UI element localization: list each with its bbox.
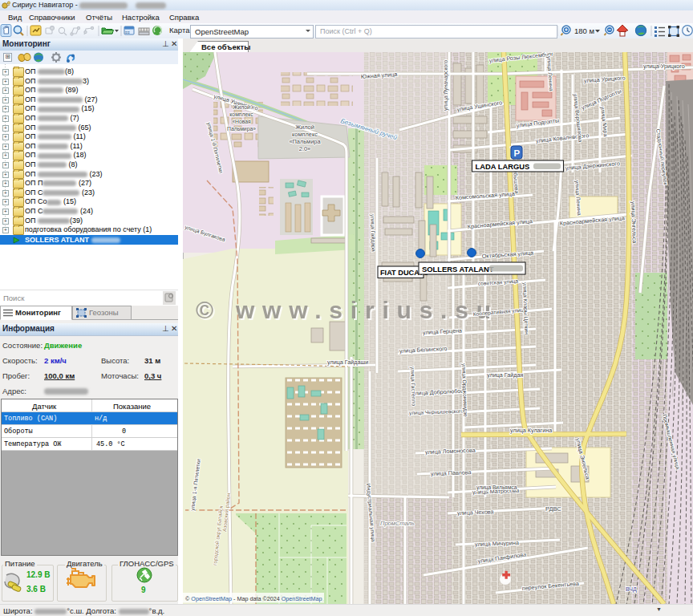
svg-text:улица Вильямса: улица Вильямса [476, 484, 517, 491]
svg-text:комплекс: комплекс [292, 131, 318, 138]
svg-text:Жилой: Жилой [295, 124, 314, 131]
svg-text:комплекс: комплекс [229, 111, 253, 117]
svg-text:РДВС: РДВС [545, 505, 561, 513]
svg-text:улица Луначарского: улица Луначарского [443, 59, 449, 111]
svg-text:улица Урицкого: улица Урицкого [643, 63, 685, 70]
svg-text:улица Гайдая: улица Гайдая [487, 371, 523, 379]
svg-text:Пальмира»: Пальмира» [227, 126, 256, 132]
svg-text:180 м: 180 м [574, 26, 594, 35]
svg-text:улица Кулагина: улица Кулагина [510, 427, 552, 434]
svg-text:улица Чехова: улица Чехова [457, 508, 494, 517]
svg-text:© OpenStreetMap - Map data ©20: © OpenStreetMap - Map data ©2024 OpenStr… [185, 595, 322, 602]
svg-text:улица Мичурина: улица Мичурина [475, 539, 519, 548]
svg-text:улица Гайдаши: улица Гайдаши [327, 359, 368, 366]
svg-text:ВЧД: ВЧД [626, 586, 637, 593]
svg-text:2.0»: 2.0» [299, 145, 310, 152]
svg-text:улица Павлова: улица Павлова [431, 468, 472, 477]
svg-text:«Новая: «Новая [232, 119, 251, 124]
svg-text:≡≡: ≡≡ [125, 30, 130, 34]
svg-text:улица Энгельса: улица Энгельса [630, 201, 638, 244]
svg-text:«Пальмира: «Пальмира [289, 138, 321, 145]
svg-text:P: P [514, 148, 521, 158]
svg-text:SOLLERS ATALANT: SOLLERS ATALANT [422, 265, 494, 274]
svg-text:ПромСталь: ПромСталь [380, 520, 415, 527]
svg-text:LADA LARGUS: LADA LARGUS [476, 162, 530, 171]
svg-text:Жилой: Жилой [233, 104, 250, 110]
